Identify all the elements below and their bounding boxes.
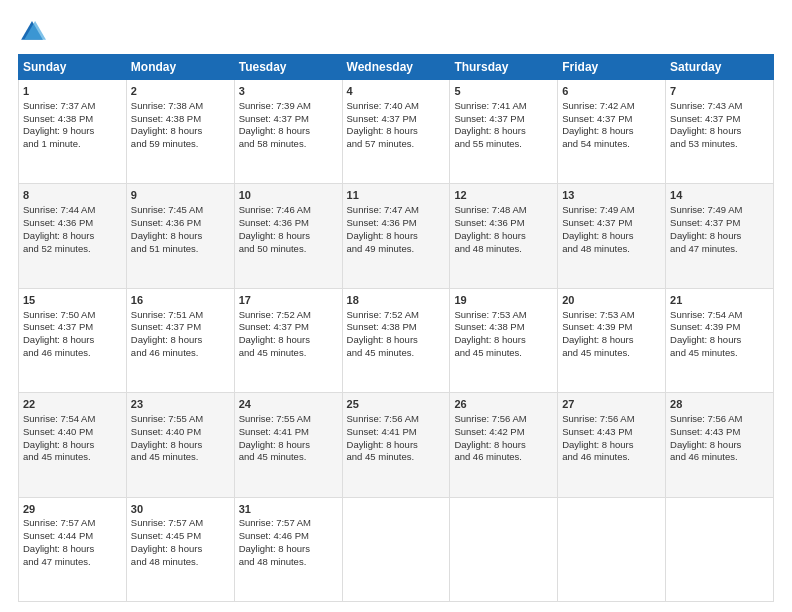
day-number: 25 bbox=[347, 397, 446, 412]
day-info-line: Sunset: 4:46 PM bbox=[239, 530, 338, 543]
day-number: 6 bbox=[562, 84, 661, 99]
day-number: 3 bbox=[239, 84, 338, 99]
col-header-thursday: Thursday bbox=[450, 55, 558, 80]
calendar-cell: 19Sunrise: 7:53 AMSunset: 4:38 PMDayligh… bbox=[450, 288, 558, 392]
day-info-line: Sunset: 4:40 PM bbox=[131, 426, 230, 439]
day-info-line: Daylight: 8 hours bbox=[131, 125, 230, 138]
day-info-line: Daylight: 8 hours bbox=[23, 543, 122, 556]
day-info-line: Sunset: 4:37 PM bbox=[239, 113, 338, 126]
col-header-sunday: Sunday bbox=[19, 55, 127, 80]
calendar-week-row: 1Sunrise: 7:37 AMSunset: 4:38 PMDaylight… bbox=[19, 80, 774, 184]
day-info-line: Sunrise: 7:54 AM bbox=[670, 309, 769, 322]
calendar-cell: 28Sunrise: 7:56 AMSunset: 4:43 PMDayligh… bbox=[666, 393, 774, 497]
day-info-line: Daylight: 8 hours bbox=[562, 439, 661, 452]
day-info-line: Sunset: 4:36 PM bbox=[454, 217, 553, 230]
day-info-line: Sunset: 4:38 PM bbox=[454, 321, 553, 334]
day-info-line: Sunrise: 7:57 AM bbox=[239, 517, 338, 530]
day-info-line: Sunrise: 7:53 AM bbox=[562, 309, 661, 322]
calendar-week-row: 22Sunrise: 7:54 AMSunset: 4:40 PMDayligh… bbox=[19, 393, 774, 497]
col-header-wednesday: Wednesday bbox=[342, 55, 450, 80]
day-info-line: Sunset: 4:37 PM bbox=[131, 321, 230, 334]
day-info-line: and 58 minutes. bbox=[239, 138, 338, 151]
day-info-line: Sunset: 4:44 PM bbox=[23, 530, 122, 543]
day-number: 24 bbox=[239, 397, 338, 412]
calendar-cell: 24Sunrise: 7:55 AMSunset: 4:41 PMDayligh… bbox=[234, 393, 342, 497]
calendar-cell: 4Sunrise: 7:40 AMSunset: 4:37 PMDaylight… bbox=[342, 80, 450, 184]
calendar-cell: 25Sunrise: 7:56 AMSunset: 4:41 PMDayligh… bbox=[342, 393, 450, 497]
day-info-line: Sunset: 4:38 PM bbox=[347, 321, 446, 334]
day-number: 15 bbox=[23, 293, 122, 308]
day-info-line: Sunrise: 7:56 AM bbox=[347, 413, 446, 426]
calendar-cell: 3Sunrise: 7:39 AMSunset: 4:37 PMDaylight… bbox=[234, 80, 342, 184]
day-info-line: Sunset: 4:37 PM bbox=[562, 217, 661, 230]
day-info-line: Sunset: 4:37 PM bbox=[670, 217, 769, 230]
calendar-cell bbox=[558, 497, 666, 601]
day-info-line: Daylight: 8 hours bbox=[239, 125, 338, 138]
day-info-line: Daylight: 8 hours bbox=[347, 439, 446, 452]
day-info-line: Daylight: 8 hours bbox=[454, 230, 553, 243]
calendar-cell: 18Sunrise: 7:52 AMSunset: 4:38 PMDayligh… bbox=[342, 288, 450, 392]
page: SundayMondayTuesdayWednesdayThursdayFrid… bbox=[0, 0, 792, 612]
day-info-line: Sunset: 4:38 PM bbox=[23, 113, 122, 126]
day-info-line: and 50 minutes. bbox=[239, 243, 338, 256]
day-info-line: Sunrise: 7:46 AM bbox=[239, 204, 338, 217]
day-info-line: and 46 minutes. bbox=[562, 451, 661, 464]
day-info-line: Sunset: 4:37 PM bbox=[670, 113, 769, 126]
day-info-line: Sunset: 4:45 PM bbox=[131, 530, 230, 543]
day-info-line: and 48 minutes. bbox=[239, 556, 338, 569]
day-info-line: Daylight: 8 hours bbox=[562, 334, 661, 347]
day-info-line: Sunset: 4:36 PM bbox=[131, 217, 230, 230]
calendar-cell: 11Sunrise: 7:47 AMSunset: 4:36 PMDayligh… bbox=[342, 184, 450, 288]
calendar-week-row: 15Sunrise: 7:50 AMSunset: 4:37 PMDayligh… bbox=[19, 288, 774, 392]
calendar-cell: 21Sunrise: 7:54 AMSunset: 4:39 PMDayligh… bbox=[666, 288, 774, 392]
calendar-cell: 12Sunrise: 7:48 AMSunset: 4:36 PMDayligh… bbox=[450, 184, 558, 288]
day-info-line: Sunrise: 7:45 AM bbox=[131, 204, 230, 217]
day-info-line: and 47 minutes. bbox=[23, 556, 122, 569]
day-info-line: Sunset: 4:42 PM bbox=[454, 426, 553, 439]
day-info-line: Daylight: 8 hours bbox=[670, 439, 769, 452]
calendar-header-row: SundayMondayTuesdayWednesdayThursdayFrid… bbox=[19, 55, 774, 80]
calendar-cell: 29Sunrise: 7:57 AMSunset: 4:44 PMDayligh… bbox=[19, 497, 127, 601]
day-number: 7 bbox=[670, 84, 769, 99]
calendar-cell: 6Sunrise: 7:42 AMSunset: 4:37 PMDaylight… bbox=[558, 80, 666, 184]
day-info-line: and 48 minutes. bbox=[562, 243, 661, 256]
day-info-line: and 45 minutes. bbox=[454, 347, 553, 360]
calendar-cell: 17Sunrise: 7:52 AMSunset: 4:37 PMDayligh… bbox=[234, 288, 342, 392]
day-info-line: and 45 minutes. bbox=[239, 347, 338, 360]
day-number: 2 bbox=[131, 84, 230, 99]
day-info-line: Sunrise: 7:42 AM bbox=[562, 100, 661, 113]
day-number: 21 bbox=[670, 293, 769, 308]
day-info-line: Daylight: 8 hours bbox=[131, 543, 230, 556]
day-info-line: Sunrise: 7:52 AM bbox=[347, 309, 446, 322]
day-info-line: Sunrise: 7:54 AM bbox=[23, 413, 122, 426]
logo-icon bbox=[18, 18, 46, 46]
day-info-line: Sunset: 4:36 PM bbox=[347, 217, 446, 230]
day-info-line: and 45 minutes. bbox=[670, 347, 769, 360]
calendar-cell: 5Sunrise: 7:41 AMSunset: 4:37 PMDaylight… bbox=[450, 80, 558, 184]
day-info-line: and 54 minutes. bbox=[562, 138, 661, 151]
day-info-line: Sunset: 4:36 PM bbox=[23, 217, 122, 230]
day-info-line: Sunrise: 7:49 AM bbox=[562, 204, 661, 217]
day-info-line: Daylight: 8 hours bbox=[670, 334, 769, 347]
day-info-line: and 45 minutes. bbox=[23, 451, 122, 464]
day-info-line: Daylight: 8 hours bbox=[454, 125, 553, 138]
calendar-cell: 20Sunrise: 7:53 AMSunset: 4:39 PMDayligh… bbox=[558, 288, 666, 392]
day-info-line: and 46 minutes. bbox=[131, 347, 230, 360]
day-info-line: and 48 minutes. bbox=[454, 243, 553, 256]
day-number: 11 bbox=[347, 188, 446, 203]
col-header-tuesday: Tuesday bbox=[234, 55, 342, 80]
calendar-cell: 13Sunrise: 7:49 AMSunset: 4:37 PMDayligh… bbox=[558, 184, 666, 288]
day-number: 27 bbox=[562, 397, 661, 412]
day-number: 8 bbox=[23, 188, 122, 203]
day-info-line: and 47 minutes. bbox=[670, 243, 769, 256]
day-info-line: Sunrise: 7:57 AM bbox=[23, 517, 122, 530]
calendar-cell: 2Sunrise: 7:38 AMSunset: 4:38 PMDaylight… bbox=[126, 80, 234, 184]
day-number: 10 bbox=[239, 188, 338, 203]
day-info-line: and 45 minutes. bbox=[347, 451, 446, 464]
day-info-line: Daylight: 8 hours bbox=[131, 439, 230, 452]
calendar-cell: 27Sunrise: 7:56 AMSunset: 4:43 PMDayligh… bbox=[558, 393, 666, 497]
day-info-line: Sunset: 4:39 PM bbox=[562, 321, 661, 334]
day-info-line: Sunrise: 7:56 AM bbox=[562, 413, 661, 426]
day-info-line: and 45 minutes. bbox=[562, 347, 661, 360]
day-info-line: Sunset: 4:37 PM bbox=[562, 113, 661, 126]
